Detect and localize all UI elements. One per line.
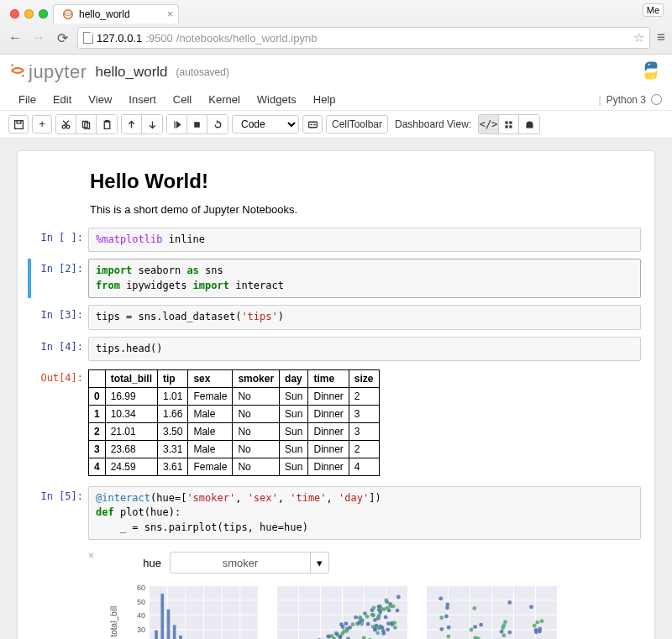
python-icon bbox=[640, 60, 662, 81]
svg-point-102 bbox=[360, 622, 364, 626]
autosave-status: (autosaved) bbox=[176, 66, 229, 78]
output-cell-4: Out[4]: total_billtipsexsmokerdaytimesiz… bbox=[31, 368, 641, 476]
pairplot-output: total_bill -100102030405060 bbox=[88, 582, 641, 639]
window-controls bbox=[7, 9, 53, 24]
notebook-scroll[interactable]: Hello World! This is a short demo of Jup… bbox=[0, 139, 672, 639]
menu-view[interactable]: View bbox=[80, 90, 120, 109]
svg-point-258 bbox=[447, 626, 451, 630]
url-input[interactable]: 127.0.0.1:9500/notebooks/hello_world.ipy… bbox=[77, 27, 650, 49]
hue-select[interactable]: smoker ▾ bbox=[170, 552, 329, 574]
svg-rect-5 bbox=[14, 120, 23, 128]
tab-strip: hello_world × Me bbox=[0, 0, 672, 24]
menu-edit[interactable]: Edit bbox=[45, 90, 80, 109]
profile-button[interactable]: Me bbox=[643, 3, 664, 17]
svg-point-86 bbox=[396, 595, 401, 600]
dashboard-view-label: Dashboard View: bbox=[391, 118, 475, 130]
svg-rect-22 bbox=[160, 594, 164, 639]
cell-type-select[interactable]: Code bbox=[232, 115, 299, 134]
code-cell-5[interactable]: In [5]: @interact(hue=['smoker', 'sex', … bbox=[31, 486, 641, 540]
svg-point-97 bbox=[362, 636, 366, 639]
svg-rect-15 bbox=[506, 121, 508, 123]
svg-point-178 bbox=[375, 624, 379, 628]
code-input[interactable]: tips.head() bbox=[88, 337, 641, 361]
menu-cell[interactable]: Cell bbox=[165, 90, 200, 109]
prompt-in-5: In [5]: bbox=[31, 486, 88, 540]
svg-point-267 bbox=[472, 606, 476, 610]
svg-point-3 bbox=[648, 64, 650, 65]
jupyter-logo-text: jupyter bbox=[29, 61, 87, 83]
svg-point-207 bbox=[500, 630, 504, 634]
code-input[interactable]: import seaborn as sns from ipywidgets im… bbox=[88, 259, 641, 298]
restart-button[interactable] bbox=[207, 115, 228, 134]
svg-point-316 bbox=[445, 606, 449, 610]
tab-close-icon[interactable]: × bbox=[167, 8, 173, 20]
run-button[interactable] bbox=[167, 115, 187, 134]
svg-point-221 bbox=[540, 619, 544, 623]
dashboard-grid-button[interactable] bbox=[499, 115, 519, 134]
close-window-icon[interactable] bbox=[10, 9, 19, 18]
move-down-button[interactable] bbox=[142, 115, 162, 134]
svg-rect-24 bbox=[173, 625, 176, 639]
svg-point-192 bbox=[372, 606, 376, 610]
plot-panel-scatter-1 bbox=[276, 582, 411, 639]
widget-close-icon[interactable]: × bbox=[88, 550, 94, 562]
address-bar-row: ← → ⟳ 127.0.0.1:9500/notebooks/hello_wor… bbox=[0, 24, 672, 54]
cut-copy-paste-group bbox=[55, 114, 118, 134]
chrome-menu-icon[interactable]: ≡ bbox=[657, 29, 665, 46]
code-cell-1[interactable]: In [ ]: %matplotlib inline bbox=[31, 228, 641, 252]
notebook-page: Hello World! This is a short demo of Jup… bbox=[17, 150, 655, 639]
insert-cell-button[interactable]: + bbox=[32, 115, 52, 134]
svg-point-242 bbox=[470, 628, 474, 632]
reload-button[interactable]: ⟳ bbox=[54, 30, 71, 46]
copy-button[interactable] bbox=[76, 115, 97, 134]
notebook-name[interactable]: hello_world bbox=[96, 64, 168, 81]
save-button[interactable] bbox=[8, 115, 29, 134]
bookmark-icon[interactable]: ☆ bbox=[633, 30, 644, 45]
code-input[interactable]: @interact(hue=['smoker', 'sex', 'time', … bbox=[88, 486, 641, 540]
cell-toolbar-button[interactable]: CellToolbar bbox=[326, 115, 388, 134]
move-up-button[interactable] bbox=[122, 115, 142, 134]
plot-panel-scatter-2 bbox=[426, 582, 560, 639]
svg-rect-13 bbox=[194, 122, 200, 128]
menu-kernel[interactable]: Kernel bbox=[200, 90, 249, 109]
dashboard-report-button[interactable] bbox=[519, 115, 539, 134]
svg-point-100 bbox=[393, 626, 397, 630]
svg-point-241 bbox=[535, 621, 539, 625]
dropdown-caret-icon[interactable]: ▾ bbox=[310, 553, 328, 573]
cut-button[interactable] bbox=[56, 115, 76, 134]
table-header: size bbox=[349, 369, 379, 387]
jupyter-logo[interactable]: jupyter bbox=[10, 61, 87, 83]
back-button[interactable]: ← bbox=[7, 30, 24, 45]
code-input[interactable]: tips = sns.load_dataset('tips') bbox=[88, 305, 641, 329]
code-input[interactable]: %matplotlib inline bbox=[88, 228, 641, 252]
interrupt-button[interactable] bbox=[187, 115, 207, 134]
maximize-window-icon[interactable] bbox=[39, 9, 48, 18]
code-cell-2[interactable]: In [2]: import seaborn as sns from ipywi… bbox=[31, 259, 641, 298]
kernel-status-icon bbox=[651, 94, 662, 105]
table-row: 323.683.31MaleNoSunDinner2 bbox=[89, 440, 380, 458]
paste-button[interactable] bbox=[97, 115, 117, 134]
menu-insert[interactable]: Insert bbox=[120, 90, 165, 109]
svg-point-167 bbox=[384, 615, 388, 620]
markdown-cell[interactable]: Hello World! This is a short demo of Jup… bbox=[31, 170, 641, 216]
svg-point-1 bbox=[11, 64, 13, 66]
url-host: 127.0.0.1 bbox=[97, 32, 142, 45]
interact-widget: hue smoker ▾ bbox=[102, 547, 641, 582]
output-cell-5: × hue smoker ▾ total_bill -1001020304050… bbox=[31, 547, 641, 639]
menu-help[interactable]: Help bbox=[305, 90, 344, 109]
minimize-window-icon[interactable] bbox=[24, 9, 34, 18]
svg-point-332 bbox=[473, 625, 477, 629]
menu-file[interactable]: File bbox=[10, 90, 45, 109]
prompt-in-2: In [2]: bbox=[31, 259, 88, 298]
menu-widgets[interactable]: Widgets bbox=[249, 90, 305, 109]
browser-tab[interactable]: hello_world × bbox=[53, 4, 179, 24]
code-cell-4[interactable]: In [4]: tips.head() bbox=[31, 337, 641, 361]
y-axis-label: total_bill bbox=[109, 606, 118, 637]
svg-rect-6 bbox=[17, 120, 21, 123]
kernel-logo bbox=[640, 60, 662, 84]
svg-rect-19 bbox=[526, 126, 533, 128]
code-cell-3[interactable]: In [3]: tips = sns.load_dataset('tips') bbox=[31, 305, 641, 329]
svg-point-126 bbox=[334, 631, 339, 636]
command-palette-button[interactable] bbox=[302, 115, 323, 134]
dashboard-code-button[interactable]: </> bbox=[479, 115, 499, 134]
